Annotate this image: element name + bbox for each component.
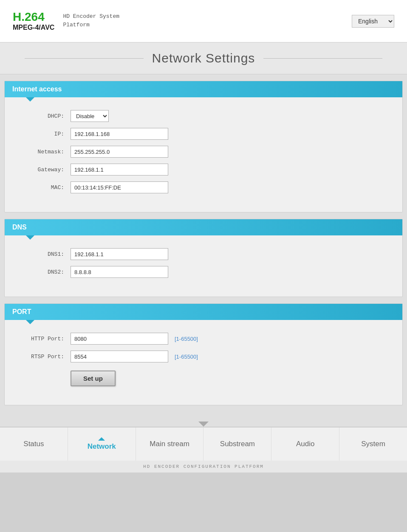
internet-access-section: Internet access DHCP: DisableEnable IP: … (4, 81, 403, 212)
nav-arrow-area (0, 418, 407, 427)
dhcp-row: DHCP: DisableEnable (13, 110, 394, 122)
rtsp-port-row: RTSP Port: [1-65500] (13, 351, 394, 362)
dns1-input[interactable] (71, 248, 168, 260)
rtsp-port-input[interactable] (71, 351, 168, 362)
mac-row: MAC: (13, 181, 394, 193)
dns-header: DNS (5, 219, 402, 235)
port-body: HTTP Port: [1-65500] RTSP Port: [1-65500… (5, 320, 402, 405)
header: H.264 MPEG-4/AVC HD Encoder System Platf… (0, 0, 407, 42)
http-port-input[interactable] (71, 333, 168, 345)
nav-item-mainstream[interactable]: Main stream (136, 427, 204, 461)
language-select[interactable]: EnglishChinese (352, 15, 394, 28)
dns1-label: DNS1: (13, 251, 64, 258)
netmask-label: Netmask: (13, 149, 64, 155)
ip-row: IP: (13, 128, 394, 140)
dns2-row: DNS2: (13, 266, 394, 278)
ip-input[interactable] (71, 128, 168, 140)
nav-item-audio[interactable]: Audio (271, 427, 339, 461)
port-header: PORT (5, 304, 402, 320)
rtsp-port-hint: [1-65500] (175, 354, 198, 360)
dhcp-label: DHCP: (13, 113, 64, 119)
ip-label: IP: (13, 131, 64, 137)
gateway-row: Gateway: (13, 164, 394, 175)
port-section: PORT HTTP Port: [1-65500] RTSP Port: [1-… (4, 303, 403, 405)
logo-area: H.264 MPEG-4/AVC HD Encoder System Platf… (13, 11, 119, 31)
nav-item-network[interactable]: Network (68, 427, 136, 461)
title-divider-left (25, 58, 144, 59)
rtsp-port-label: RTSP Port: (13, 354, 64, 360)
dns-body: DNS1: DNS2: (5, 235, 402, 297)
netmask-row: Netmask: (13, 146, 394, 158)
http-port-hint: [1-65500] (175, 336, 198, 342)
netmask-input[interactable] (71, 146, 168, 158)
setup-row: Set up (13, 368, 394, 386)
title-divider-right (263, 58, 382, 59)
nav-item-status[interactable]: Status (0, 427, 68, 461)
page-title-bar: Network Settings (0, 42, 407, 74)
dns1-row: DNS1: (13, 248, 394, 260)
nav-up-arrow (198, 422, 209, 427)
gateway-label: Gateway: (13, 167, 64, 173)
main-content: Internet access DHCP: DisableEnable IP: … (0, 74, 407, 418)
nav-network-wrap: Network (88, 437, 116, 451)
footer: HD ENCODER CONFIGURATION PLATFORM (0, 461, 407, 473)
header-desc: HD Encoder System Platform (63, 12, 119, 30)
gateway-input[interactable] (71, 164, 168, 175)
nav-item-system[interactable]: System (339, 427, 407, 461)
bottom-nav: Status Network Main stream Substream Aud… (0, 427, 407, 461)
dhcp-select[interactable]: DisableEnable (71, 110, 109, 122)
http-port-row: HTTP Port: [1-65500] (13, 333, 394, 345)
dns2-input[interactable] (71, 266, 168, 278)
logo-mpeg: MPEG-4/AVC (13, 24, 54, 31)
dns-section: DNS DNS1: DNS2: (4, 219, 403, 297)
page-title: Network Settings (152, 51, 255, 65)
logo-h264: H.264 (13, 11, 54, 24)
mac-input[interactable] (71, 181, 168, 193)
setup-button[interactable]: Set up (71, 371, 116, 386)
nav-network-arrow (98, 437, 105, 441)
nav-item-substream[interactable]: Substream (204, 427, 271, 461)
http-port-label: HTTP Port: (13, 336, 64, 342)
dns2-label: DNS2: (13, 269, 64, 275)
internet-access-header: Internet access (5, 81, 402, 97)
mac-label: MAC: (13, 184, 64, 191)
internet-access-body: DHCP: DisableEnable IP: Netmask: Gateway… (5, 97, 402, 212)
logo: H.264 MPEG-4/AVC (13, 11, 54, 31)
